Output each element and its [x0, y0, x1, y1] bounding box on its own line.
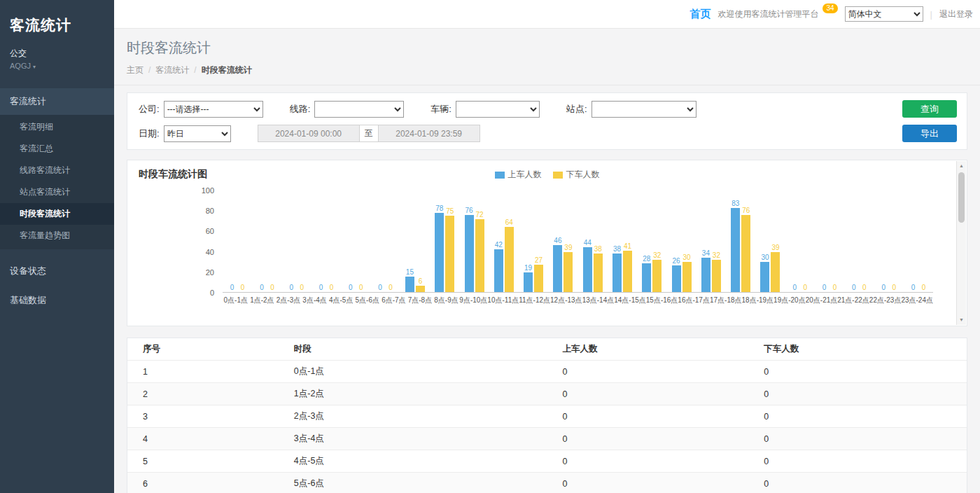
table-cell: 0 — [757, 473, 967, 493]
bar-value-label: 38 — [613, 245, 621, 253]
bar-group: 00 — [312, 190, 341, 292]
breadcrumb-separator: / — [148, 65, 150, 75]
line-select[interactable] — [314, 101, 404, 118]
filter-row-1: 公司: ---请选择--- 线路: 车辆: 站点: — [139, 100, 890, 118]
bar-wrap: 0 — [346, 190, 355, 292]
table-row: 43点-4点00 — [127, 428, 967, 450]
sidebar-item-station-flow-stats[interactable]: 站点客流统计 — [0, 181, 114, 203]
legend-swatch-icon — [553, 172, 563, 179]
app-logo: 客流统计 — [0, 0, 114, 43]
table-cell: 0点-1点 — [287, 361, 556, 383]
bar-wrap: 0 — [316, 190, 326, 292]
sidebar-group-device-status[interactable]: 设备状态 — [0, 258, 114, 284]
bar-wrap: 44 — [583, 190, 592, 292]
breadcrumb-item[interactable]: 客流统计 — [155, 65, 189, 75]
bar-group: 3432 — [696, 190, 726, 292]
sidebar-item-flow-trend-chart[interactable]: 客流量趋势图 — [0, 225, 114, 246]
bar-value-label: 83 — [732, 200, 739, 207]
scrollbar-track[interactable] — [957, 171, 966, 315]
legend-label: 上车人数 — [508, 169, 542, 181]
content-area: 公司: ---请选择--- 线路: 车辆: 站点: 日期: 昨日 — [114, 85, 980, 493]
table-cell: 1点-2点 — [287, 383, 556, 405]
bar-group: 3841 — [608, 190, 637, 292]
scroll-up-icon[interactable]: ▲ — [959, 161, 964, 171]
bar-wrap: 26 — [672, 190, 681, 292]
bar-value-label: 15 — [406, 268, 414, 276]
breadcrumb-item[interactable]: 主页 — [127, 65, 144, 75]
bar-wrap: 0 — [919, 190, 928, 292]
sidebar-group-base-data[interactable]: 基础数据 — [0, 287, 114, 314]
scrollbar-thumb[interactable] — [958, 172, 965, 223]
topbar-divider: | — [930, 9, 932, 20]
query-button[interactable]: 查询 — [902, 100, 957, 118]
chart-title: 时段车流统计图 — [139, 168, 207, 181]
bar-value-label: 6 — [419, 277, 423, 285]
bar-value-label: 76 — [742, 207, 750, 214]
bar-group: 00 — [223, 190, 252, 292]
chart-panel: 时段车流统计图 上车人数下车人数 020406080100 0000000000… — [127, 160, 967, 326]
language-select[interactable]: 简体中文 — [845, 6, 923, 22]
bar-value-label: 78 — [435, 204, 443, 212]
chart-legend: 上车人数下车人数 — [495, 169, 600, 181]
y-tick-label: 40 — [206, 248, 214, 256]
home-link[interactable]: 首页 — [690, 8, 710, 21]
sidebar-item-period-flow-stats[interactable]: 时段客流统计 — [0, 203, 114, 225]
table-cell: 0 — [757, 428, 967, 450]
bar-value-label: 0 — [388, 284, 393, 291]
date-end-input[interactable] — [378, 125, 480, 142]
legend-item-上车人数[interactable]: 上车人数 — [495, 169, 542, 181]
sidebar-group-passenger-flow-stats[interactable]: 客流统计 — [0, 88, 114, 115]
date-start-input[interactable] — [258, 125, 360, 142]
bar-value-label: 0 — [793, 284, 797, 291]
bar-value-label: 0 — [852, 284, 856, 291]
bar-group: 156 — [400, 190, 430, 292]
table-cell: 0 — [555, 361, 757, 383]
bar-wrap: 75 — [445, 190, 454, 292]
bar-group: 00 — [815, 190, 844, 292]
bar-上车人数 — [642, 263, 651, 292]
chart-x-axis: 0点-1点1点-2点2点-3点3点-4点4点-5点5点-6点6点-7点7点-8点… — [223, 296, 933, 305]
table-row: 65点-6点00 — [127, 473, 967, 493]
bar-下车人数 — [771, 252, 780, 292]
x-axis-label: 15点-16点 — [646, 296, 678, 305]
table-cell: 4 — [127, 428, 287, 450]
table-header-row: 序号时段上车人数下车人数 — [127, 338, 967, 361]
breadcrumb-separator: / — [194, 65, 196, 75]
x-axis-label: 9点-10点 — [459, 296, 487, 305]
bar-wrap: 38 — [612, 190, 622, 292]
bar-上车人数 — [435, 213, 444, 292]
bar-value-label: 0 — [230, 284, 234, 291]
bar-group: 2630 — [666, 190, 696, 292]
table-cell: 1 — [127, 361, 287, 383]
bar-wrap: 27 — [534, 190, 543, 292]
chart-scrollbar[interactable]: ▲ ▼ — [956, 161, 966, 325]
company-select[interactable]: ---请选择--- — [164, 101, 263, 118]
table-cell: 0 — [555, 428, 757, 450]
date-preset-select[interactable]: 昨日 — [164, 125, 231, 142]
bar-wrap: 0 — [238, 190, 247, 292]
sidebar-item-line-flow-stats[interactable]: 线路客流统计 — [0, 160, 114, 181]
page-header: 时段客流统计 主页/客流统计/时段客流统计 — [114, 29, 980, 85]
table-header-cell: 时段 — [287, 338, 556, 361]
bar-group: 4639 — [548, 190, 578, 292]
bar-value-label: 28 — [643, 255, 650, 263]
org-code-dropdown[interactable]: AQGJ ▾ — [0, 61, 114, 70]
vehicle-select[interactable] — [456, 101, 540, 118]
table-cell: 3点-4点 — [287, 428, 556, 450]
sidebar-item-flow-summary[interactable]: 客流汇总 — [0, 138, 114, 160]
legend-item-下车人数[interactable]: 下车人数 — [553, 169, 600, 181]
bar-wrap: 28 — [642, 190, 651, 292]
table-cell: 2 — [127, 383, 287, 405]
bar-下车人数 — [623, 251, 632, 292]
logout-link[interactable]: 退出登录 — [939, 8, 973, 20]
scroll-down-icon[interactable]: ▼ — [959, 315, 964, 325]
bar-wrap: 0 — [849, 190, 858, 292]
notification-badge[interactable]: 34 — [822, 4, 837, 13]
x-axis-label: 14点-15点 — [614, 296, 646, 305]
bar-value-label: 0 — [804, 284, 808, 291]
bar-下车人数 — [594, 254, 603, 292]
bar-value-label: 0 — [270, 284, 274, 291]
sidebar-item-flow-detail[interactable]: 客流明细 — [0, 116, 114, 138]
export-button[interactable]: 导出 — [902, 125, 957, 142]
station-select[interactable] — [592, 101, 696, 118]
